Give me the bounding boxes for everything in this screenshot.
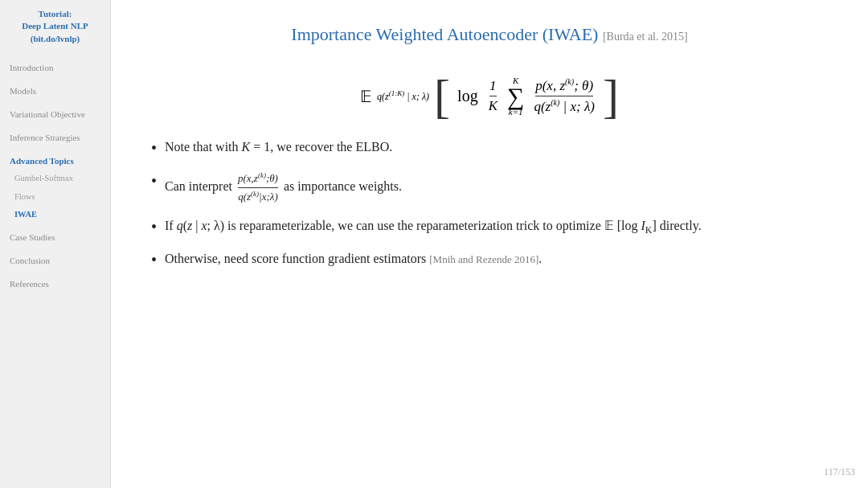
- sidebar-item-introduction[interactable]: Introduction: [6, 59, 104, 76]
- sidebar-item-gumbel-softmax[interactable]: Gumbel-Softmax: [6, 170, 104, 187]
- bullet-dot-4: •: [151, 248, 157, 271]
- bullet-list: • Note that with K = 1, we recover the E…: [151, 137, 828, 271]
- bullet-dot-2: •: [151, 170, 157, 192]
- sidebar-item-references[interactable]: References: [6, 276, 104, 293]
- sidebar-item-advanced-topics[interactable]: Advanced Topics: [6, 153, 104, 170]
- math-formula: 𝔼 q(z(1:K) | x; λ) [ log 1 K K ∑ k=1 p(x…: [151, 76, 828, 117]
- bullet-text-2: Can interpret p(x,z(k);θ) q(z(k)|x;λ) as…: [165, 170, 828, 205]
- sidebar-item-models[interactable]: Models: [6, 83, 104, 100]
- sidebar-item-case-studies[interactable]: Case Studies: [6, 229, 104, 246]
- bullet-text-4: Otherwise, need score function gradient …: [165, 249, 828, 269]
- sidebar-item-variational-objective[interactable]: Variational Objective: [6, 106, 104, 123]
- sidebar: Tutorial: Deep Latent NLP (bit.do/lvnlp)…: [0, 0, 111, 488]
- slide-title: Importance Weighted Autoencoder (IWAE) […: [151, 24, 828, 45]
- sidebar-item-flows[interactable]: Flows: [6, 189, 104, 205]
- sidebar-item-inference-strategies[interactable]: Inference Strategies: [6, 129, 104, 146]
- bullet-item-3: • If q(z | x; λ) is reparameterizable, w…: [151, 216, 828, 238]
- bullet-dot-3: •: [151, 215, 157, 238]
- slide-number: 117/153: [824, 466, 855, 478]
- sidebar-title: Tutorial: Deep Latent NLP (bit.do/lvnlp): [6, 8, 104, 45]
- bullet-item-2: • Can interpret p(x,z(k);θ) q(z(k)|x;λ) …: [151, 170, 828, 205]
- sidebar-item-conclusion[interactable]: Conclusion: [6, 252, 104, 269]
- slide-title-ref: [Burda et al. 2015]: [603, 31, 688, 43]
- bullet-text-1: Note that with K = 1, we recover the ELB…: [165, 137, 828, 157]
- sidebar-item-iwae[interactable]: IWAE: [6, 207, 104, 223]
- main-content: Importance Weighted Autoencoder (IWAE) […: [111, 0, 868, 488]
- bullet-item-4: • Otherwise, need score function gradien…: [151, 249, 828, 271]
- bullet-text-3: If q(z | x; λ) is reparameterizable, we …: [165, 216, 828, 237]
- bullet-item-1: • Note that with K = 1, we recover the E…: [151, 137, 828, 159]
- bullet4-ref: [Mnih and Rezende 2016]: [429, 253, 538, 265]
- bullet-dot-1: •: [151, 137, 157, 159]
